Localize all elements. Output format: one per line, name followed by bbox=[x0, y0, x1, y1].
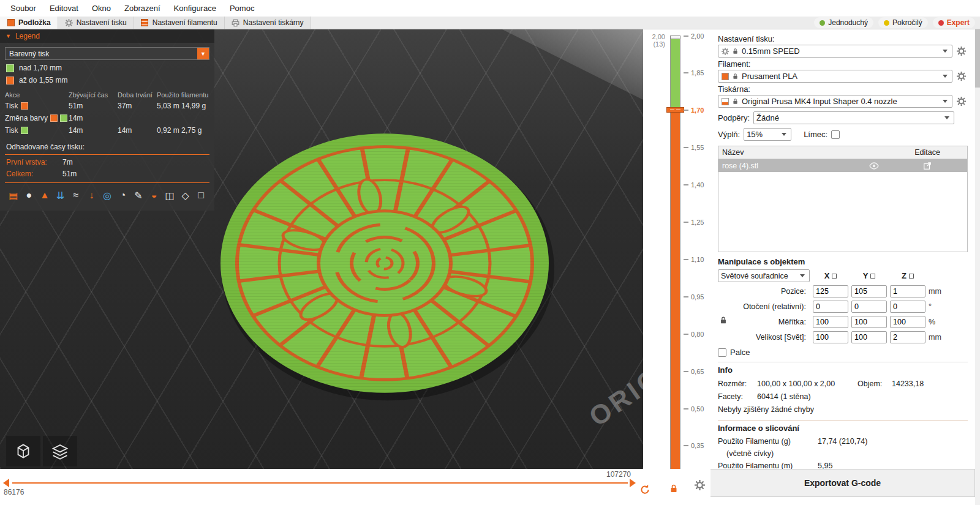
range-label: až do 1,55 mm bbox=[19, 76, 67, 84]
layer-slider-bar[interactable] bbox=[670, 36, 680, 482]
printer-swatch-icon bbox=[721, 97, 729, 105]
coord-system-combo[interactable]: Světové souřadnice bbox=[718, 269, 810, 282]
axis-x-icon bbox=[832, 274, 837, 279]
main-area: ORIG ▼ Legend Barevný tisk ▼ nad 1,70 mm bbox=[0, 29, 980, 505]
shells-view-icon[interactable]: ◇ bbox=[179, 188, 192, 203]
rotation-unit: ° bbox=[929, 302, 947, 311]
object-list: Název Editace rose (4).stl bbox=[718, 146, 968, 252]
errors-status: Nebyly zjištěny žádné chyby bbox=[718, 403, 814, 416]
view-mode-select[interactable]: Barevný tisk ▼ bbox=[5, 47, 209, 60]
color-print-view-icon[interactable]: ▤ bbox=[7, 188, 20, 203]
size-x-input[interactable] bbox=[813, 331, 848, 343]
tab-print-settings[interactable]: Nastavení tisku bbox=[58, 17, 134, 29]
layer-slider-thumb[interactable] bbox=[666, 107, 684, 113]
print-settings-combo[interactable]: 0.15mm SPEED bbox=[718, 45, 952, 58]
layer-slider-upper-handle[interactable] bbox=[670, 36, 680, 39]
filament-swatch-green bbox=[60, 114, 67, 122]
edit-object-icon[interactable] bbox=[923, 162, 932, 170]
col-header: Zbývající čas bbox=[69, 90, 118, 100]
export-gcode-button[interactable]: Exportovat G-code bbox=[710, 469, 975, 497]
uniform-scale-lock-icon[interactable] bbox=[719, 316, 728, 324]
inches-checkbox[interactable] bbox=[718, 348, 726, 357]
layer-tick-0,95: 0,95 bbox=[684, 293, 704, 301]
fan-speed-view-icon[interactable]: ◎ bbox=[100, 188, 114, 203]
rotation-x-input[interactable] bbox=[813, 301, 848, 313]
infill-combo[interactable]: 15% bbox=[744, 128, 791, 141]
facets-label: Facety: bbox=[718, 391, 753, 403]
supports-combo[interactable]: Žádné bbox=[753, 111, 954, 124]
table-row: Tisk 14m 14m 0,92 m 2,75 g bbox=[5, 124, 209, 137]
brim-checkbox[interactable] bbox=[831, 130, 840, 139]
slider-settings-gear-icon[interactable] bbox=[695, 480, 705, 490]
rotation-z-input[interactable] bbox=[890, 301, 925, 313]
mode-advanced-button[interactable]: Pokročilý bbox=[878, 17, 928, 28]
travels-view-icon[interactable]: □ bbox=[194, 188, 208, 203]
temperature-view-icon[interactable]: ◒ bbox=[148, 188, 161, 203]
axis-z-header: Z bbox=[890, 271, 925, 280]
time-view-icon[interactable]: ◔ bbox=[116, 188, 130, 203]
menu-item-okno[interactable]: Okno bbox=[85, 1, 118, 16]
speed-view-icon[interactable]: ⇊ bbox=[54, 188, 67, 203]
filament-gear-button[interactable] bbox=[954, 70, 968, 83]
undo-icon[interactable] bbox=[639, 484, 650, 495]
chevron-down-icon bbox=[943, 116, 951, 119]
legend-header[interactable]: ▼ Legend bbox=[0, 29, 214, 43]
filament-swatch-orange bbox=[21, 102, 28, 110]
eye-icon[interactable] bbox=[869, 161, 879, 171]
scrollbar-thumb[interactable] bbox=[975, 29, 980, 88]
tab-plater-label: Podložka bbox=[18, 18, 51, 27]
menu-item-zobrazení[interactable]: Zobrazení bbox=[118, 1, 167, 16]
menu-item-editovat[interactable]: Editovat bbox=[43, 1, 85, 16]
inches-label: Palce bbox=[730, 348, 750, 357]
menu-item-pomoc[interactable]: Pomoc bbox=[223, 1, 261, 16]
hslider-left-arrow[interactable] bbox=[3, 479, 9, 487]
chevron-down-icon bbox=[798, 274, 807, 277]
tab-filament-settings-label: Nastavení filamentu bbox=[153, 18, 217, 27]
hslider-track[interactable] bbox=[12, 482, 628, 484]
tab-plater[interactable]: Podložka bbox=[0, 17, 58, 29]
layers-icon bbox=[50, 441, 70, 462]
estimate-row: Celkem: 51m bbox=[5, 170, 209, 178]
printer-combo[interactable]: Original Prusa MK4 Input Shaper 0.4 nozz… bbox=[718, 95, 952, 108]
object-row-selected[interactable]: rose (4).stl bbox=[718, 159, 967, 172]
height-view-icon[interactable]: ▲ bbox=[38, 188, 51, 203]
volume-label: Objem: bbox=[858, 378, 888, 391]
sidebar-scrollbar[interactable] bbox=[975, 29, 980, 505]
view-preview-button[interactable] bbox=[43, 436, 77, 466]
mode-simple-button[interactable]: Jednoduchý bbox=[814, 17, 873, 28]
position-z-input[interactable] bbox=[890, 285, 925, 297]
tab-filament-settings[interactable]: Nastavení filamentu bbox=[134, 17, 225, 29]
filament-combo[interactable]: Prusament PLA bbox=[718, 70, 952, 83]
mode-advanced-dot-icon bbox=[884, 20, 889, 26]
flow-view-icon[interactable]: ↓ bbox=[85, 188, 99, 203]
position-x-input[interactable] bbox=[813, 285, 848, 297]
printer-gear-button[interactable] bbox=[954, 95, 968, 108]
menu-item-konfigurace[interactable]: Konfigurace bbox=[167, 1, 223, 16]
hslider-right-arrow[interactable] bbox=[630, 479, 636, 487]
volumetric-view-icon[interactable]: ◫ bbox=[163, 188, 176, 203]
menu-item-soubor[interactable]: Soubor bbox=[4, 1, 43, 16]
legend-range-item: nad 1,70 mm bbox=[6, 64, 208, 72]
size-y-input[interactable] bbox=[851, 331, 887, 343]
view-3d-button[interactable] bbox=[6, 436, 40, 466]
size-info-label: Rozměr: bbox=[718, 378, 753, 391]
rotation-label: Otočení (relativní): bbox=[718, 302, 810, 311]
mode-expert-button[interactable]: Expert bbox=[933, 17, 975, 28]
scale-x-input[interactable] bbox=[813, 316, 848, 328]
size-z-input[interactable] bbox=[890, 331, 925, 343]
scale-z-input[interactable] bbox=[890, 316, 925, 328]
rotation-y-input[interactable] bbox=[851, 301, 887, 313]
tabbar: Podložka Nastavení tisku Nastavení filam… bbox=[0, 17, 980, 29]
view-mode-dropdown-arrow[interactable]: ▼ bbox=[197, 48, 209, 59]
width-view-icon[interactable]: ≈ bbox=[69, 188, 83, 203]
tool-view-icon[interactable]: ✎ bbox=[132, 188, 145, 203]
tab-printer-settings[interactable]: Nastavení tiskárny bbox=[225, 17, 311, 29]
paint-view-icon[interactable]: ● bbox=[23, 188, 36, 203]
volume-value: 14233,18 bbox=[892, 378, 924, 391]
print-settings-gear-button[interactable] bbox=[954, 45, 968, 58]
legend-range-item: až do 1,55 mm bbox=[6, 76, 208, 84]
scale-y-input[interactable] bbox=[851, 316, 887, 328]
collapse-triangle-icon: ▼ bbox=[6, 33, 11, 39]
slider-lock-icon[interactable] bbox=[669, 484, 679, 493]
position-y-input[interactable] bbox=[851, 285, 887, 297]
